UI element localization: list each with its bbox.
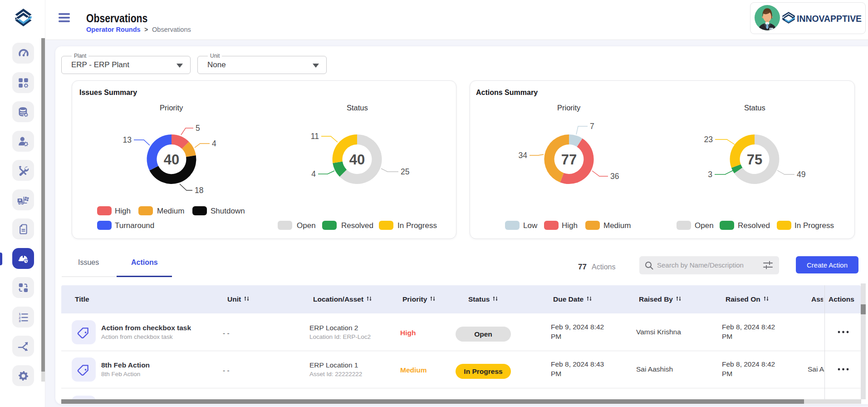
- svg-text:3: 3: [19, 318, 21, 323]
